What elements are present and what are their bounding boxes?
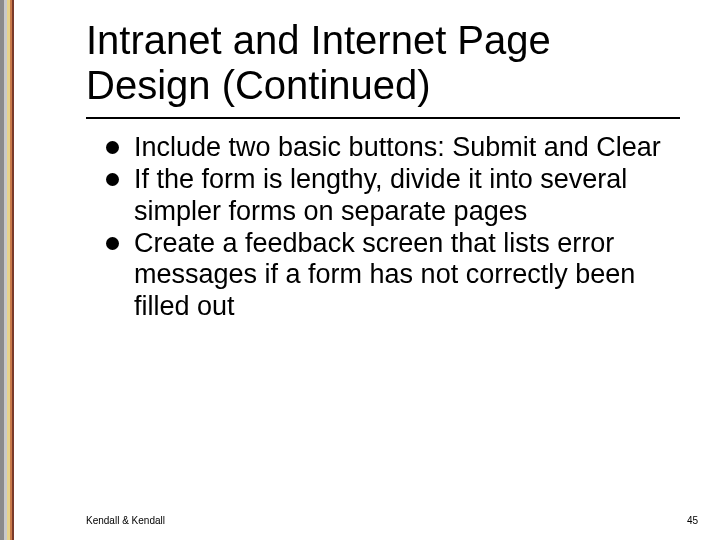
- bullet-icon: [106, 173, 119, 186]
- slide-left-accent: [0, 0, 14, 540]
- slide-body: Intranet and Internet Page Design (Conti…: [14, 0, 720, 540]
- bullet-icon: [106, 141, 119, 154]
- list-item: Create a feedback screen that lists erro…: [106, 228, 684, 324]
- list-item: If the form is lengthy, divide it into s…: [106, 164, 684, 228]
- footer-page-number: 45: [687, 515, 698, 526]
- bullet-text: Include two basic buttons: Submit and Cl…: [134, 132, 661, 162]
- bullet-text: Create a feedback screen that lists erro…: [134, 228, 635, 322]
- bullet-icon: [106, 237, 119, 250]
- footer-author: Kendall & Kendall: [86, 515, 165, 526]
- title-underline: [86, 117, 680, 119]
- bullet-list: Include two basic buttons: Submit and Cl…: [106, 132, 684, 323]
- bullet-text: If the form is lengthy, divide it into s…: [134, 164, 627, 226]
- slide-title: Intranet and Internet Page Design (Conti…: [86, 18, 680, 108]
- list-item: Include two basic buttons: Submit and Cl…: [106, 132, 684, 164]
